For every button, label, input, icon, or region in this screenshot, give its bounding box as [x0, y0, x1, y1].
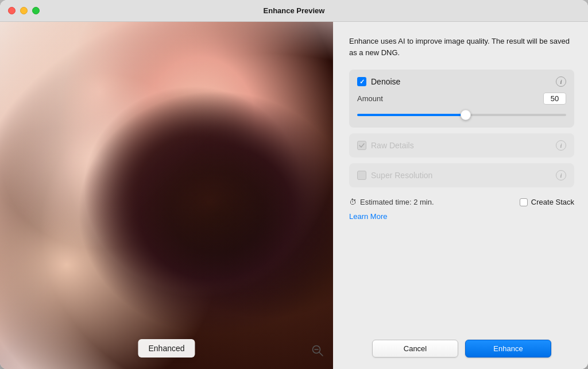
enhanced-label: Enhanced [138, 339, 195, 358]
estimated-row: ⏱ Estimated time: 2 min. Create Stack [349, 198, 574, 206]
denoise-left: Denoise [357, 77, 400, 86]
create-stack-label: Create Stack [531, 198, 574, 206]
zoom-icon[interactable] [311, 344, 324, 360]
enhance-button[interactable]: Enhance [465, 340, 551, 358]
svg-line-1 [319, 352, 323, 356]
estimated-time-text: Estimated time: 2 min. [360, 198, 434, 206]
bottom-area: ⏱ Estimated time: 2 min. Create Stack Le… [349, 198, 574, 223]
enhance-preview-window: Enhance Preview Enhanced Enhance uses AI… [0, 0, 588, 369]
denoise-checkbox[interactable] [357, 77, 366, 86]
create-stack-checkbox[interactable] [520, 198, 528, 206]
denoise-header: Denoise i [357, 76, 566, 87]
super-resolution-section: Super Resolution i [349, 163, 574, 187]
amount-row: Amount 50 [357, 93, 566, 105]
estimated-left: ⏱ Estimated time: 2 min. [349, 198, 434, 206]
super-resolution-checkbox[interactable] [357, 171, 366, 180]
description-text: Enhance uses AI to improve image quality… [349, 36, 574, 58]
denoise-slider-container [357, 109, 566, 121]
amount-value[interactable]: 50 [543, 93, 566, 105]
main-content: Enhanced Enhance uses AI to improve imag… [0, 22, 588, 369]
raw-details-label: Raw Details [371, 141, 414, 150]
super-resolution-info-icon[interactable]: i [556, 170, 566, 180]
denoise-section: Denoise i Amount 50 [349, 70, 574, 128]
amount-label: Amount [357, 94, 383, 103]
raw-details-section: Raw Details i [349, 133, 574, 157]
raw-details-info-icon[interactable]: i [556, 140, 566, 151]
title-bar: Enhance Preview [0, 0, 588, 22]
denoise-info-icon[interactable]: i [556, 76, 566, 87]
learn-more-link[interactable]: Learn More [349, 212, 387, 221]
preview-image [0, 22, 333, 369]
cancel-button[interactable]: Cancel [372, 340, 458, 358]
minimize-button[interactable] [20, 7, 28, 14]
clock-icon: ⏱ [349, 198, 357, 206]
super-resolution-left: Super Resolution [357, 171, 432, 180]
raw-details-header: Raw Details i [357, 140, 566, 151]
denoise-slider-track[interactable] [357, 114, 566, 116]
traffic-lights [8, 7, 40, 14]
raw-details-left: Raw Details [357, 141, 414, 150]
denoise-label: Denoise [371, 77, 400, 86]
create-stack-row: Create Stack [520, 198, 574, 206]
preview-panel: Enhanced [0, 22, 333, 369]
raw-details-checkbox[interactable] [357, 141, 366, 150]
super-resolution-header: Super Resolution i [357, 170, 566, 180]
button-row: Cancel Enhance [349, 340, 574, 358]
close-button[interactable] [8, 7, 16, 14]
window-title: Enhance Preview [264, 6, 325, 15]
settings-panel: Enhance uses AI to improve image quality… [333, 22, 588, 369]
denoise-slider-thumb[interactable] [461, 110, 471, 120]
super-resolution-label: Super Resolution [371, 171, 432, 180]
maximize-button[interactable] [32, 7, 40, 14]
